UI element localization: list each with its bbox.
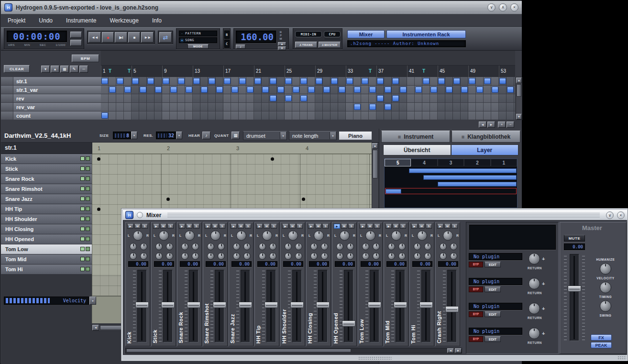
scroll-up-button[interactable]: ▲ [516, 77, 522, 83]
channel-volume-fader[interactable] [421, 270, 431, 342]
fx-send-knob-1[interactable] [181, 243, 188, 250]
fx-send-knob-4[interactable] [450, 253, 457, 260]
fx-send-knob-4[interactable] [347, 253, 354, 260]
pan-knob[interactable] [417, 231, 427, 241]
channel-solo-button[interactable]: S [297, 224, 303, 229]
fx-plugin-display[interactable]: No plugin [469, 328, 522, 335]
fx-send-knob-3[interactable] [336, 253, 343, 260]
hear-notes-toggle[interactable]: ♪ [202, 132, 210, 139]
pattern-block[interactable] [231, 87, 238, 93]
pattern-block[interactable] [377, 95, 384, 101]
rewind-button[interactable]: ◄◄ [88, 32, 101, 43]
instrument-solo-led[interactable] [86, 176, 90, 181]
note[interactable] [302, 198, 305, 201]
fx-send-knob-2[interactable] [218, 243, 225, 250]
pattern-block[interactable] [285, 95, 292, 101]
pattern-block[interactable] [385, 104, 391, 110]
pattern-block[interactable] [346, 78, 353, 84]
velocity-property-display[interactable]: Velocity [4, 297, 89, 305]
channel-solo-button[interactable]: S [193, 224, 199, 229]
pattern-block[interactable] [109, 87, 116, 93]
fader-handle[interactable] [394, 302, 407, 308]
fx-send-knob-1[interactable] [155, 243, 163, 250]
pattern-block[interactable] [484, 78, 491, 84]
scrollbar-thumb[interactable] [126, 349, 351, 353]
song-track-rev-var[interactable] [101, 103, 515, 111]
pattern-block[interactable] [140, 87, 146, 93]
layer-tab-2[interactable]: 2 [464, 159, 490, 166]
scroll-left-button[interactable]: ◄ [447, 348, 454, 353]
channel-volume-fader[interactable] [189, 270, 198, 342]
fader-handle[interactable] [161, 302, 175, 308]
pattern-block[interactable] [316, 78, 322, 84]
fx-send-knob-4[interactable] [140, 253, 147, 260]
pattern-list-item-str-1-var[interactable]: str.1_var [1, 86, 101, 94]
fx-send-knob-1[interactable] [440, 243, 447, 250]
instrument-solo-led[interactable] [86, 257, 90, 261]
pattern-beat-ruler[interactable]: 1234 [92, 143, 372, 154]
scroll-left-button[interactable]: ◄ [92, 325, 99, 331]
fx-send-knob-4[interactable] [424, 253, 431, 260]
pattern-block[interactable] [209, 78, 215, 84]
pan-knob[interactable] [262, 231, 272, 241]
select-mode-button[interactable]: ▦ [60, 66, 69, 73]
tempo-marker[interactable]: T [128, 68, 131, 74]
pattern-block[interactable] [132, 78, 139, 84]
pattern-block[interactable] [300, 95, 307, 101]
menu-item-instrumente[interactable]: Instrumente [66, 17, 96, 24]
window-menu-button[interactable] [137, 212, 143, 218]
pan-knob[interactable] [236, 231, 246, 241]
pattern-block[interactable] [262, 87, 269, 93]
jack-transport-button[interactable]: J.TRANS [295, 42, 317, 48]
pattern-row-handle[interactable] [1, 94, 13, 102]
pan-knob[interactable] [365, 231, 375, 241]
channel-volume-fader[interactable] [344, 270, 353, 342]
bpm-increase-button[interactable]: ▴ [278, 42, 286, 46]
maximize-button[interactable]: ∧ [499, 3, 507, 11]
fx-send-knob-3[interactable] [414, 253, 421, 260]
channel-play-button[interactable]: ▶ [334, 224, 340, 229]
channel-mute-button[interactable]: M [238, 224, 244, 229]
fx-send-knob-3[interactable] [259, 253, 266, 260]
velocity-property-dropdown[interactable]: ▼ [89, 297, 96, 305]
fx-send-knob-3[interactable] [207, 253, 214, 260]
fx-send-knob-1[interactable] [310, 243, 318, 250]
menu-item-undo[interactable]: Undo [39, 17, 53, 24]
size-selector[interactable]: 8 [113, 132, 131, 139]
channel-solo-button[interactable]: S [374, 224, 380, 229]
instrument-row-snare-rock[interactable]: Snare Rock [1, 174, 92, 184]
pattern-move-up-button[interactable]: ▴ [51, 66, 59, 73]
fx-send-knob-2[interactable] [450, 243, 457, 250]
fx-bypass-button[interactable]: BYP [469, 311, 483, 317]
metronome-button[interactable]: ♪ [236, 44, 245, 49]
channel-mute-button[interactable]: M [315, 224, 321, 229]
channel-mute-button[interactable]: M [419, 224, 425, 229]
instrument-row-tom-hi[interactable]: Tom Hi [1, 265, 92, 274]
note[interactable] [271, 157, 274, 161]
channel-play-button[interactable]: ▶ [360, 224, 366, 229]
fx-send-knob-3[interactable] [285, 253, 292, 260]
fx-send-knob-4[interactable] [243, 253, 251, 260]
channel-play-button[interactable]: ▶ [256, 224, 263, 229]
instrument-mute-led[interactable] [80, 176, 85, 181]
channel-volume-fader[interactable] [215, 270, 224, 342]
menu-item-info[interactable]: Info [152, 17, 162, 24]
pattern-block[interactable] [239, 78, 246, 84]
tab-instrument[interactable]: ≡Instrument [381, 131, 450, 143]
swing-knob[interactable] [600, 300, 611, 312]
pattern-block[interactable] [438, 78, 445, 84]
fx-send-knob-1[interactable] [207, 243, 214, 250]
fx-send-knob-4[interactable] [373, 253, 380, 260]
pan-knob[interactable] [391, 231, 401, 241]
fx-send-knob-4[interactable] [166, 253, 173, 260]
tab-klangbibliothek[interactable]: ≡Klangbibliothek [452, 131, 520, 143]
pattern-block[interactable] [224, 78, 231, 84]
pan-knob[interactable] [314, 231, 324, 241]
pattern-block[interactable] [254, 78, 261, 84]
fx-send-knob-3[interactable] [130, 253, 137, 260]
pattern-block[interactable] [392, 95, 399, 101]
loop-button[interactable]: ⇄ [159, 32, 172, 43]
instrument-row-hh-closing[interactable]: HH Closing [1, 224, 92, 234]
pattern-list-item-str-1[interactable]: str.1 [1, 77, 101, 85]
pattern-block[interactable] [453, 78, 460, 84]
